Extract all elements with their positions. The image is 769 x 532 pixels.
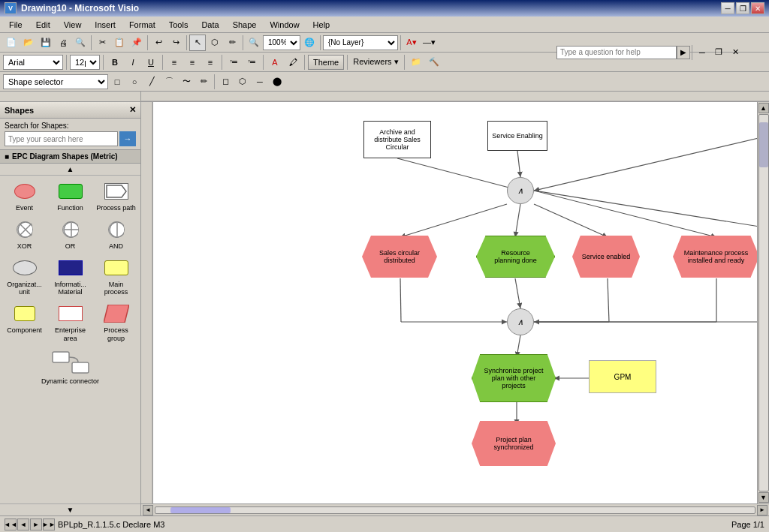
scroll-down-button[interactable]: ▼	[758, 492, 769, 503]
shape-item-org[interactable]: Organizat... unit	[3, 255, 46, 299]
node-service-enabled[interactable]: Service enabled	[572, 236, 640, 278]
node-gpm[interactable]: GPM	[589, 360, 656, 393]
font-select[interactable]: Arial	[3, 55, 63, 70]
h-scroll-thumb[interactable]	[170, 507, 231, 513]
node-service-enabling[interactable]: Service Enabling	[487, 121, 547, 151]
shape-item-process-group[interactable]: Process group	[95, 301, 137, 344]
shape-item-and[interactable]: AND	[95, 217, 137, 252]
align-right-button[interactable]: ≡	[202, 54, 219, 71]
pencil-button[interactable]: ✏	[224, 35, 240, 51]
help-close-icon[interactable]: ✕	[727, 44, 743, 61]
scroll-thumb[interactable]	[759, 122, 768, 167]
shapes-scroll-down[interactable]: ▼	[0, 503, 140, 515]
menu-view[interactable]: View	[58, 19, 88, 31]
help-restore-icon[interactable]: ❐	[710, 44, 727, 61]
shape-item-process-path[interactable]: Process path	[95, 179, 137, 214]
nav-prev-button[interactable]: ◄	[17, 518, 29, 530]
menu-file[interactable]: File	[3, 19, 29, 31]
highlight-button[interactable]: 🖍	[285, 54, 301, 71]
open-button[interactable]: 📂	[20, 35, 37, 51]
help-minimize-icon[interactable]: ─	[694, 44, 710, 61]
node-resource-planning[interactable]: Resource planning done	[476, 236, 555, 278]
draw-pencil-button[interactable]: ✏	[195, 74, 212, 90]
scroll-right-button[interactable]: ►	[757, 505, 767, 515]
underline-button[interactable]: U	[143, 54, 159, 71]
menu-edit[interactable]: Edit	[30, 19, 56, 31]
bold-button[interactable]: B	[107, 54, 123, 71]
copy-button[interactable]: 📋	[111, 35, 128, 51]
shape-combo[interactable]: Shape selector	[3, 74, 108, 89]
node-archive-distribute[interactable]: Archive and distribute Sales Circular	[363, 121, 431, 158]
line-style-button[interactable]: ─	[252, 74, 268, 90]
node-sales-circular[interactable]: Sales circular distributed	[362, 236, 437, 278]
shapes-panel-close[interactable]: ✕	[129, 105, 136, 115]
save-button[interactable]: 💾	[38, 35, 54, 51]
draw-arc-button[interactable]: ⌒	[161, 74, 177, 90]
draw-ellipse-button[interactable]: ○	[126, 74, 143, 90]
ask-question-input[interactable]	[556, 46, 677, 59]
canvas-area[interactable]: Archive and distribute Sales Circular Se…	[153, 102, 769, 503]
font-size-select[interactable]: 12pt	[70, 55, 100, 70]
redo-button[interactable]: ↪	[167, 35, 184, 51]
print-button[interactable]: 🖨	[55, 35, 71, 51]
ask-question-button[interactable]: ▶	[677, 46, 690, 59]
line-color-button[interactable]: —▾	[421, 35, 438, 51]
markup-button[interactable]: 🔨	[426, 54, 442, 71]
shapes-category-header[interactable]: ■ EPC Diagram Shapes (Metric)	[0, 150, 140, 164]
menu-help[interactable]: Help	[307, 19, 336, 31]
bullets-button[interactable]: ≔	[225, 54, 242, 71]
paste-button[interactable]: 📌	[128, 35, 145, 51]
menu-tools[interactable]: Tools	[163, 19, 195, 31]
draw-rect-button[interactable]: □	[109, 74, 125, 90]
cut-button[interactable]: ✂	[94, 35, 110, 51]
fill-button[interactable]: ⬡	[234, 74, 251, 90]
shape-item-component[interactable]: Component	[3, 301, 46, 344]
font-color-button[interactable]: A	[267, 54, 283, 71]
align-left-button[interactable]: ≡	[166, 54, 182, 71]
folder-button[interactable]: 📁	[408, 54, 424, 71]
node-maintenance[interactable]: Maintenance process installed and ready	[673, 236, 759, 278]
menu-window[interactable]: Window	[264, 19, 305, 31]
shape-item-dynamic[interactable]: Dynamic connector	[3, 347, 137, 387]
shape-item-main-process[interactable]: Main process	[95, 255, 137, 299]
new-button[interactable]: 📄	[3, 35, 20, 51]
node-and-2[interactable]: ∧	[507, 308, 534, 335]
menu-shape[interactable]: Shape	[227, 19, 263, 31]
shapes-search-button[interactable]: →	[119, 131, 136, 146]
canvas-scroll[interactable]: Archive and distribute Sales Circular Se…	[153, 102, 769, 503]
numbered-button[interactable]: ≔	[243, 54, 260, 71]
menu-insert[interactable]: Insert	[89, 19, 122, 31]
node-and-1[interactable]: ∧	[507, 177, 534, 204]
italic-button[interactable]: I	[125, 54, 141, 71]
align-center-button[interactable]: ≡	[184, 54, 201, 71]
tab-name[interactable]: BPLpb_R.1.1.5.c Declare M3	[58, 520, 164, 529]
menu-format[interactable]: Format	[123, 19, 161, 31]
shape-item-enterprise[interactable]: Enterprise area	[49, 301, 92, 344]
globe-button[interactable]: 🌐	[301, 35, 318, 51]
node-synchronize[interactable]: Synchronize project plan with other proj…	[472, 354, 556, 402]
node-project-plan[interactable]: Project plan synchronized	[472, 421, 556, 466]
shape-item-function[interactable]: Function	[49, 179, 92, 214]
shadow-button[interactable]: ◻	[217, 74, 234, 90]
scroll-left-button[interactable]: ◄	[143, 505, 153, 515]
shape-item-info[interactable]: Informati... Material	[49, 255, 92, 299]
nav-next-button[interactable]: ►	[30, 518, 42, 530]
menu-data[interactable]: Data	[195, 19, 225, 31]
undo-button[interactable]: ↩	[150, 35, 167, 51]
minimize-button[interactable]: ─	[721, 2, 734, 14]
zoom-select[interactable]: 100%75%150%	[263, 35, 300, 50]
shapes-scroll-up[interactable]: ▲	[0, 164, 140, 176]
restore-button[interactable]: ❐	[736, 2, 749, 14]
shape-item-or[interactable]: OR	[49, 217, 92, 252]
zoom-in-button[interactable]: 🔍	[246, 35, 262, 51]
close-button[interactable]: ✕	[751, 2, 764, 14]
reviewers-button[interactable]: Reviewers ▾	[351, 54, 400, 71]
draw-line-button[interactable]: ╱	[143, 74, 160, 90]
shapes-search-input[interactable]	[5, 131, 118, 146]
shape-item-event[interactable]: Event	[3, 179, 46, 214]
print-preview-button[interactable]: 🔍	[72, 35, 89, 51]
connector-button[interactable]: ⬡	[207, 35, 223, 51]
layer-select[interactable]: {No Layer}	[323, 35, 398, 50]
nav-last-button[interactable]: ►►	[43, 518, 55, 530]
scroll-up-button[interactable]: ▲	[758, 103, 769, 113]
